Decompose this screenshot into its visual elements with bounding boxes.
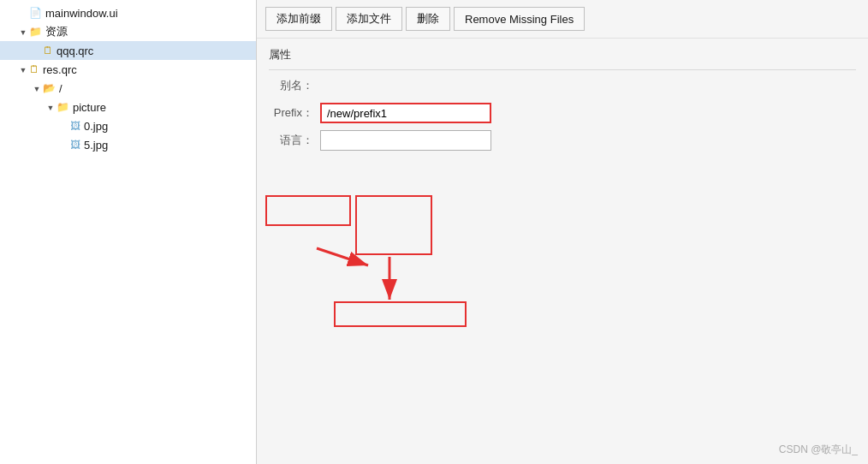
tree-label-qqq: qqq.qrc: [56, 45, 93, 57]
tree-item-qqq[interactable]: 🗒 qqq.qrc: [0, 41, 256, 60]
toggle-res: [17, 65, 29, 74]
toolbar: 添加前缀 添加文件 删除 Remove Missing Files: [257, 0, 868, 39]
language-label: 语言：: [269, 133, 320, 148]
tree-label-slash: /: [59, 82, 62, 95]
tree-label-resources: 资源: [45, 24, 68, 39]
add-file-button[interactable]: 添加文件: [336, 7, 402, 31]
tree-label-mainwindow: mainwindow.ui: [45, 7, 118, 20]
tree-item-res[interactable]: 🗒 res.qrc: [0, 60, 256, 79]
icon-qqq-qrc: 🗒: [43, 45, 53, 57]
tree-item-5jpg[interactable]: 🖼 5.jpg: [0, 135, 256, 154]
icon-resources-folder: 📁: [29, 26, 42, 38]
icon-slash-folder: 📂: [43, 82, 56, 94]
tree-item-picture[interactable]: 📁 picture: [0, 98, 256, 116]
watermark: CSDN @敬亭山_: [779, 443, 858, 457]
file-tree[interactable]: 📄 mainwindow.ui 📁 资源 🗒 qqq.qrc 🗒 res.qrc: [0, 0, 257, 464]
icon-5jpg: 🖼: [70, 139, 80, 151]
tree-label-res: res.qrc: [43, 63, 77, 76]
tree-item-slash[interactable]: 📂 /: [0, 79, 256, 98]
tree-item-mainwindow[interactable]: 📄 mainwindow.ui: [0, 3, 256, 22]
prefix-label: Prefix：: [269, 105, 320, 121]
properties-section: 属性 别名： Prefix： 语言：: [257, 39, 868, 166]
icon-picture-folder: 📁: [56, 101, 69, 113]
toggle-picture: [45, 103, 56, 112]
tree-item-resources[interactable]: 📁 资源: [0, 22, 256, 41]
prefix-input[interactable]: [320, 103, 491, 123]
remove-missing-button[interactable]: Remove Missing Files: [454, 7, 585, 31]
add-prefix-button[interactable]: 添加前缀: [265, 7, 332, 31]
tree-label-5jpg: 5.jpg: [84, 139, 108, 152]
tree-item-0jpg[interactable]: 🖼 0.jpg: [0, 116, 256, 135]
right-panel: 添加前缀 添加文件 删除 Remove Missing Files 属性 别名：…: [257, 0, 868, 464]
toggle-resources: [17, 27, 29, 37]
language-row: 语言：: [269, 130, 856, 151]
toggle-slash: [31, 84, 43, 93]
alias-row: 别名：: [269, 75, 856, 96]
properties-divider: [269, 69, 856, 70]
delete-button[interactable]: 删除: [406, 7, 450, 31]
tree-label-picture: picture: [73, 101, 106, 114]
properties-title: 属性: [269, 47, 856, 62]
icon-res-qrc: 🗒: [29, 63, 39, 75]
language-input[interactable]: [320, 130, 491, 151]
tree-label-0jpg: 0.jpg: [84, 120, 108, 133]
icon-ui-file: 📄: [29, 7, 42, 19]
icon-0jpg: 🖼: [70, 120, 80, 132]
alias-label: 别名：: [269, 78, 320, 93]
prefix-row: Prefix：: [269, 103, 856, 123]
